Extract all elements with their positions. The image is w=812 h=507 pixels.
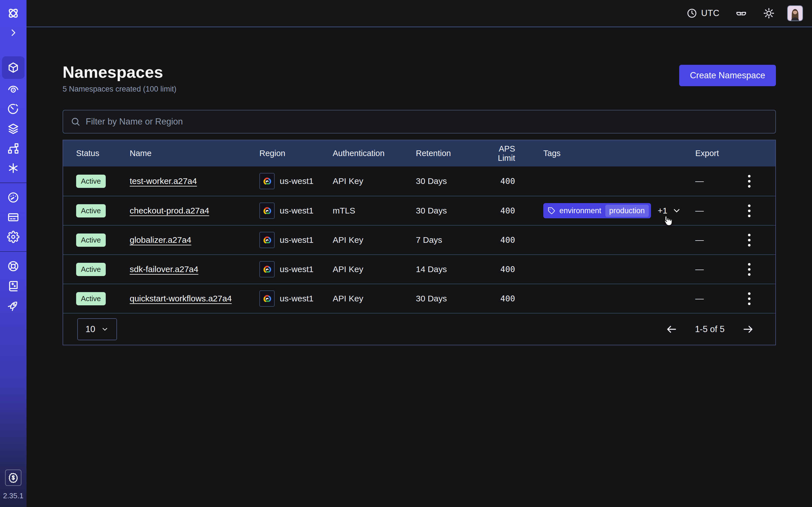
tag-pill[interactable]: environment production xyxy=(543,203,651,218)
namespace-link[interactable]: globalizer.a27a4 xyxy=(130,235,192,244)
row-menu-button[interactable] xyxy=(745,290,753,308)
chevron-down-icon xyxy=(101,325,109,333)
namespace-link[interactable]: test-worker.a27a4 xyxy=(130,176,197,186)
tag-value: production xyxy=(605,205,649,217)
status-badge: Active xyxy=(76,292,106,305)
row-menu-button[interactable] xyxy=(745,260,753,279)
row-menu-button[interactable] xyxy=(745,202,753,220)
col-tags: Tags xyxy=(543,149,695,158)
status-badge: Active xyxy=(76,175,106,188)
sidebar-item-billing[interactable] xyxy=(2,207,24,227)
col-aps-limit: APS Limit xyxy=(480,144,543,163)
tags-expand-button[interactable] xyxy=(672,206,681,216)
sidebar-item-getting-started[interactable] xyxy=(2,296,24,316)
export-value: — xyxy=(695,206,704,216)
sidebar-item-deployments[interactable] xyxy=(2,119,24,138)
page-title: Namespaces xyxy=(63,62,176,81)
chevron-down-icon xyxy=(672,206,681,216)
pagination-range: 1-5 of 5 xyxy=(695,324,725,334)
theme-toggle[interactable] xyxy=(763,7,775,19)
status-badge: Active xyxy=(76,204,106,217)
col-region: Region xyxy=(259,149,333,158)
lifebuoy-icon xyxy=(7,260,19,272)
col-retention: Retention xyxy=(416,149,480,158)
gcp-logo-icon xyxy=(259,290,274,307)
col-status: Status xyxy=(76,149,130,158)
retention-value: 30 Days xyxy=(416,294,480,303)
row-menu-button[interactable] xyxy=(745,231,753,249)
sidebar-item-support[interactable] xyxy=(2,256,24,276)
temporal-logo[interactable] xyxy=(2,2,24,24)
export-value: — xyxy=(695,265,704,274)
page-size-select[interactable]: 10 xyxy=(77,318,117,340)
namespace-link[interactable]: sdk-failover.a27a4 xyxy=(130,265,199,274)
gcp-logo-icon xyxy=(259,173,274,189)
temporal-logo-icon xyxy=(6,6,20,20)
filter-input[interactable] xyxy=(86,117,768,127)
namespaces-table: Status Name Region Authentication Retent… xyxy=(63,140,776,345)
sidebar-item-monitor[interactable] xyxy=(2,79,24,99)
namespace-link[interactable]: quickstart-workflows.a27a4 xyxy=(130,294,232,303)
arrow-right-icon xyxy=(742,323,754,335)
prev-page-button[interactable] xyxy=(666,323,677,335)
row-menu-button[interactable] xyxy=(745,172,753,190)
topbar: UTC xyxy=(27,0,812,27)
region-label: us-west1 xyxy=(280,206,313,216)
gear-icon xyxy=(7,231,19,243)
tag-key: environment xyxy=(559,207,601,215)
col-authentication: Authentication xyxy=(333,149,416,158)
table-footer: 10 1-5 of 5 xyxy=(63,313,775,345)
page-header: Namespaces 5 Namespaces created (100 lim… xyxy=(63,62,776,94)
eye-icon xyxy=(7,83,19,96)
table-row: Active globalizer.a27a4 us-west1 API Key… xyxy=(63,225,775,255)
layers-icon xyxy=(7,122,19,135)
timezone-selector[interactable]: UTC xyxy=(687,8,719,18)
namespace-link[interactable]: checkout-prod.a27a4 xyxy=(130,206,209,215)
gcp-logo-icon xyxy=(259,232,274,248)
table-header: Status Name Region Authentication Retent… xyxy=(63,140,775,166)
retention-value: 30 Days xyxy=(416,176,480,186)
timer-icon xyxy=(7,103,19,115)
sidebar-item-docs[interactable] xyxy=(2,276,24,296)
book-icon xyxy=(7,280,19,292)
avatar-photo xyxy=(788,6,802,20)
gauge-icon xyxy=(7,191,19,204)
tags-more-count: +1 xyxy=(658,206,667,216)
region-label: us-west1 xyxy=(280,235,313,245)
sidebar-item-usage[interactable] xyxy=(2,187,24,207)
aps-value: 400 xyxy=(480,235,543,245)
aps-value: 400 xyxy=(480,206,543,216)
sidebar-item-nexus[interactable] xyxy=(2,138,24,158)
page-subtitle: 5 Namespaces created (100 limit) xyxy=(63,85,176,94)
auth-value: API Key xyxy=(333,265,416,274)
export-value: — xyxy=(695,294,704,303)
auth-value: mTLS xyxy=(333,206,416,216)
sidebar-item-settings[interactable] xyxy=(2,227,24,247)
search-icon xyxy=(70,117,81,127)
main-content: Namespaces 5 Namespaces created (100 lim… xyxy=(27,28,812,345)
chevron-right-icon xyxy=(8,28,18,38)
next-page-button[interactable] xyxy=(742,323,754,335)
timezone-label: UTC xyxy=(701,8,719,18)
sidebar-item-namespaces[interactable] xyxy=(2,56,24,79)
avatar[interactable] xyxy=(787,5,803,21)
col-export: Export xyxy=(695,149,775,158)
billing-card-icon xyxy=(7,211,19,223)
credits-button[interactable] xyxy=(5,469,21,486)
labs-toggle[interactable] xyxy=(735,7,747,19)
retention-value: 14 Days xyxy=(416,265,480,274)
sidebar-item-schedules[interactable] xyxy=(2,99,24,119)
aps-value: 400 xyxy=(480,176,543,186)
asterisk-icon xyxy=(7,162,19,174)
export-value: — xyxy=(695,235,704,245)
credits-badge-icon xyxy=(8,472,19,483)
gcp-logo-icon xyxy=(259,261,274,277)
aps-value: 400 xyxy=(480,265,543,274)
sidebar-item-integrations[interactable] xyxy=(2,158,24,178)
sidebar-expand-button[interactable] xyxy=(2,24,24,41)
sidebar: 2.35.1 xyxy=(0,0,27,507)
auth-value: API Key xyxy=(333,176,416,186)
table-row: Active test-worker.a27a4 us-west1 API Ke… xyxy=(63,166,775,196)
create-namespace-button[interactable]: Create Namespace xyxy=(679,65,776,86)
filter-bar[interactable] xyxy=(63,110,776,133)
